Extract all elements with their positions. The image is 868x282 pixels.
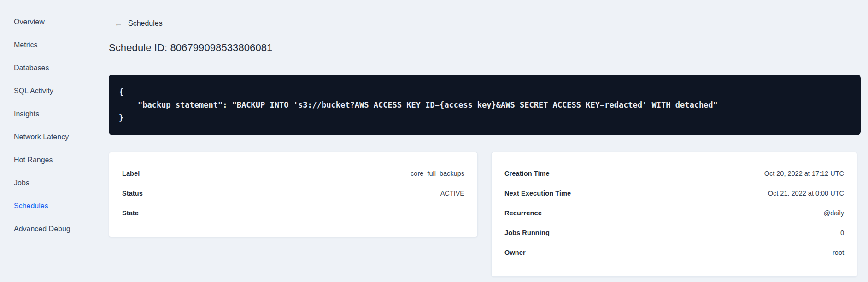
recurrence-row-value: @daily xyxy=(823,209,844,217)
creation-time-row-title: Creation Time xyxy=(504,170,550,177)
back-arrow-icon: ← xyxy=(114,19,123,28)
page-title: Schedule ID: 806799098533806081 xyxy=(109,42,272,54)
back-to-schedules-link[interactable]: ← Schedules xyxy=(114,19,163,28)
recurrence-row-title: Recurrence xyxy=(504,209,542,217)
jobs-running-row-value: 0 xyxy=(840,229,844,236)
state-row-title: State xyxy=(122,209,139,217)
backup-statement-code-block: { "backup_statement": "BACKUP INTO 's3:/… xyxy=(109,75,861,135)
table-row: Next Execution Time Oct 21, 2022 at 0:00… xyxy=(504,183,844,203)
table-row: Jobs Running 0 xyxy=(504,223,844,242)
next-execution-row-title: Next Execution Time xyxy=(504,190,571,197)
table-row: Label core_full_backups xyxy=(122,163,464,183)
sidebar-item-sql-activity[interactable]: SQL Activity xyxy=(0,80,103,103)
label-row-title: Label xyxy=(122,170,140,177)
timing-summary-card: Creation Time Oct 20, 2022 at 17:12 UTC … xyxy=(491,152,857,277)
owner-row-value: root xyxy=(833,249,844,256)
sidebar-nav: Overview Metrics Databases SQL Activity … xyxy=(0,0,103,282)
sidebar-item-metrics[interactable]: Metrics xyxy=(0,34,103,57)
sidebar-item-advanced-debug[interactable]: Advanced Debug xyxy=(0,218,103,241)
table-row: State xyxy=(122,203,464,223)
label-row-value: core_full_backups xyxy=(411,170,464,177)
owner-row-title: Owner xyxy=(504,249,526,256)
table-row: Owner root xyxy=(504,242,844,262)
table-row: Recurrence @daily xyxy=(504,203,844,223)
status-row-title: Status xyxy=(122,190,143,197)
sidebar-item-network-latency[interactable]: Network Latency xyxy=(0,126,103,149)
sidebar-item-databases[interactable]: Databases xyxy=(0,57,103,80)
sidebar-item-hot-ranges[interactable]: Hot Ranges xyxy=(0,149,103,172)
backup-statement-code: { "backup_statement": "BACKUP INTO 's3:/… xyxy=(119,86,850,124)
sidebar-item-jobs[interactable]: Jobs xyxy=(0,172,103,195)
creation-time-row-value: Oct 20, 2022 at 17:12 UTC xyxy=(764,170,844,177)
sidebar-item-insights[interactable]: Insights xyxy=(0,103,103,126)
table-row: Creation Time Oct 20, 2022 at 17:12 UTC xyxy=(504,163,844,183)
next-execution-row-value: Oct 21, 2022 at 0:00 UTC xyxy=(768,190,844,197)
back-link-label: Schedules xyxy=(128,19,163,28)
sidebar-item-schedules[interactable]: Schedules xyxy=(0,195,103,218)
schedule-details-page: Overview Metrics Databases SQL Activity … xyxy=(0,0,868,282)
status-row-value: ACTIVE xyxy=(440,190,464,197)
table-row: Status ACTIVE xyxy=(122,183,464,203)
schedule-summary-card: Label core_full_backups Status ACTIVE St… xyxy=(109,152,478,237)
sidebar-item-overview[interactable]: Overview xyxy=(0,11,103,34)
summary-cards: Label core_full_backups Status ACTIVE St… xyxy=(109,152,857,277)
jobs-running-row-title: Jobs Running xyxy=(504,229,550,236)
